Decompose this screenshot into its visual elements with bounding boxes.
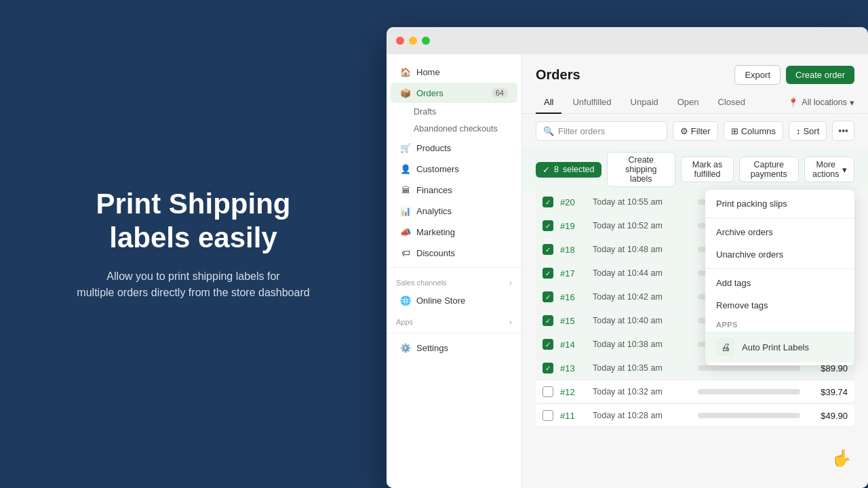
dropdown-divider xyxy=(705,218,854,218)
order-status-bar xyxy=(698,413,800,418)
dropdown-item-auto-print[interactable]: 🖨 Auto Print Labels xyxy=(705,331,854,363)
customers-icon: 👤 xyxy=(400,163,411,174)
sidebar-item-orders[interactable]: 📦 Orders 64 xyxy=(391,83,517,103)
home-icon: 🏠 xyxy=(400,66,411,77)
sidebar-label-abandoned: Abandoned checkouts xyxy=(414,124,498,134)
selection-bar: ✓ 8 selected Create shipping labels Mark… xyxy=(522,148,868,191)
sidebar-item-finances[interactable]: 🏛 Finances xyxy=(391,180,517,200)
capture-payments-button[interactable]: Capture payments xyxy=(739,157,799,182)
sort-button[interactable]: ↕ Sort xyxy=(789,121,827,141)
maximize-dot[interactable] xyxy=(422,37,430,45)
sidebar-item-customers[interactable]: 👤 Customers xyxy=(391,159,517,179)
location-selector[interactable]: 📍 All locations ▾ xyxy=(788,98,854,108)
order-status-bar xyxy=(698,365,800,371)
sidebar-label-home: Home xyxy=(416,67,440,77)
order-checkbox[interactable]: ✓ xyxy=(542,197,553,207)
tab-open[interactable]: Open xyxy=(669,92,707,114)
sidebar-item-marketing[interactable]: 📣 Marketing xyxy=(391,222,517,242)
sidebar-label-online-store: Online Store xyxy=(416,296,465,306)
app-layout: 🏠 Home 📦 Orders 64 Drafts Abandoned chec… xyxy=(387,54,868,488)
auto-print-app-icon: 🖨 xyxy=(716,338,735,357)
order-number: #18 xyxy=(560,245,586,255)
page-title: Orders xyxy=(536,67,580,83)
order-time: Today at 10:32 am xyxy=(593,387,691,396)
dropdown-item-archive[interactable]: Archive orders xyxy=(705,221,854,243)
order-amount: $49.90 xyxy=(807,411,848,421)
top-actions: Export Create order xyxy=(734,65,854,85)
tab-unpaid[interactable]: Unpaid xyxy=(623,92,667,114)
create-labels-button[interactable]: Create shipping labels xyxy=(607,152,676,187)
order-checkbox[interactable]: ✓ xyxy=(542,291,553,302)
sidebar: 🏠 Home 📦 Orders 64 Drafts Abandoned chec… xyxy=(387,54,522,488)
more-actions-label: More actions xyxy=(812,160,840,179)
sales-channels-section[interactable]: Sales channels › xyxy=(387,272,521,289)
order-time: Today at 10:42 am xyxy=(593,292,691,302)
order-checkbox[interactable]: ✓ xyxy=(542,363,553,373)
sidebar-item-settings[interactable]: ⚙️ Settings xyxy=(391,338,517,358)
close-dot[interactable] xyxy=(396,37,404,45)
order-time: Today at 10:28 am xyxy=(593,411,691,420)
sidebar-item-abandoned-checkouts[interactable]: Abandoned checkouts xyxy=(391,121,517,137)
tab-unfulfilled[interactable]: Unfulfilled xyxy=(564,92,619,114)
filter-icon: ⚙ xyxy=(680,126,688,136)
settings-icon: ⚙️ xyxy=(400,342,411,353)
sidebar-label-analytics: Analytics xyxy=(416,206,452,216)
sidebar-item-drafts[interactable]: Drafts xyxy=(391,104,517,120)
sidebar-label-settings: Settings xyxy=(416,343,448,353)
order-checkbox[interactable]: ✓ xyxy=(542,244,553,255)
marketing-icon: 📣 xyxy=(400,226,411,237)
order-time: Today at 10:35 am xyxy=(593,363,691,373)
dropdown-item-unarchive[interactable]: Unarchive orders xyxy=(705,243,854,266)
order-checkbox[interactable]: ✓ xyxy=(542,339,553,350)
order-checkbox[interactable]: ✓ xyxy=(542,315,553,326)
columns-label: Columns xyxy=(741,126,776,136)
order-row[interactable]: #12 Today at 10:32 am $39.74 xyxy=(536,381,854,403)
dropdown-item-add-tags[interactable]: Add tags xyxy=(705,272,854,294)
order-row[interactable]: #11 Today at 10:28 am $49.90 xyxy=(536,405,854,427)
sidebar-item-products[interactable]: 🛒 Products xyxy=(391,138,517,158)
sidebar-label-marketing: Marketing xyxy=(416,227,455,237)
tab-closed[interactable]: Closed xyxy=(710,92,753,114)
apps-label: Apps xyxy=(396,318,413,326)
order-number: #12 xyxy=(560,387,586,397)
more-actions-button[interactable]: More actions ▾ xyxy=(804,157,854,182)
mark-fulfilled-button[interactable]: Mark as fulfilled xyxy=(681,157,734,182)
minimize-dot[interactable] xyxy=(409,37,417,45)
auto-print-label: Auto Print Labels xyxy=(742,342,809,352)
more-toolbar-button[interactable]: ••• xyxy=(832,121,854,141)
sidebar-item-online-store[interactable]: 🌐 Online Store xyxy=(391,290,517,310)
order-number: #13 xyxy=(560,363,586,373)
sidebar-item-analytics[interactable]: 📊 Analytics xyxy=(391,201,517,221)
order-number: #14 xyxy=(560,340,586,350)
order-checkbox[interactable]: ✓ xyxy=(542,220,553,231)
top-bar: Orders Export Create order xyxy=(522,54,868,92)
columns-button[interactable]: ⊞ Columns xyxy=(724,121,783,141)
create-order-button[interactable]: Create order xyxy=(786,66,854,84)
order-checkbox[interactable] xyxy=(542,410,553,421)
search-placeholder: Filter orders xyxy=(558,126,605,136)
hero-title: Print Shippinglabels easily xyxy=(96,187,291,256)
order-number: #15 xyxy=(560,316,586,326)
order-checkbox[interactable]: ✓ xyxy=(542,268,553,279)
order-status-bar xyxy=(698,389,800,394)
online-store-icon: 🌐 xyxy=(400,295,411,306)
apps-section[interactable]: Apps › xyxy=(387,311,521,329)
sales-channels-arrow: › xyxy=(509,279,512,287)
sidebar-item-discounts[interactable]: 🏷 Discounts xyxy=(391,243,517,263)
dropdown-item-remove-tags[interactable]: Remove tags xyxy=(705,294,854,317)
order-time: Today at 10:44 am xyxy=(593,268,691,278)
more-actions-chevron-icon: ▾ xyxy=(842,165,847,175)
sidebar-label-orders: Orders xyxy=(416,88,443,98)
order-checkbox[interactable] xyxy=(542,386,553,397)
order-number: #20 xyxy=(560,197,586,207)
filter-button[interactable]: ⚙ Filter xyxy=(673,121,718,141)
order-time: Today at 10:38 am xyxy=(593,340,691,349)
dropdown-item-print-packing[interactable]: Print packing slips xyxy=(705,192,854,215)
export-button[interactable]: Export xyxy=(734,65,781,85)
tab-all[interactable]: All xyxy=(536,92,561,114)
sidebar-item-home[interactable]: 🏠 Home xyxy=(391,62,517,82)
finances-icon: 🏛 xyxy=(400,184,411,195)
more-actions-dropdown: Print packing slips Archive orders Unarc… xyxy=(705,190,854,365)
search-box[interactable]: 🔍 Filter orders xyxy=(536,121,667,141)
orders-icon: 📦 xyxy=(400,87,411,98)
